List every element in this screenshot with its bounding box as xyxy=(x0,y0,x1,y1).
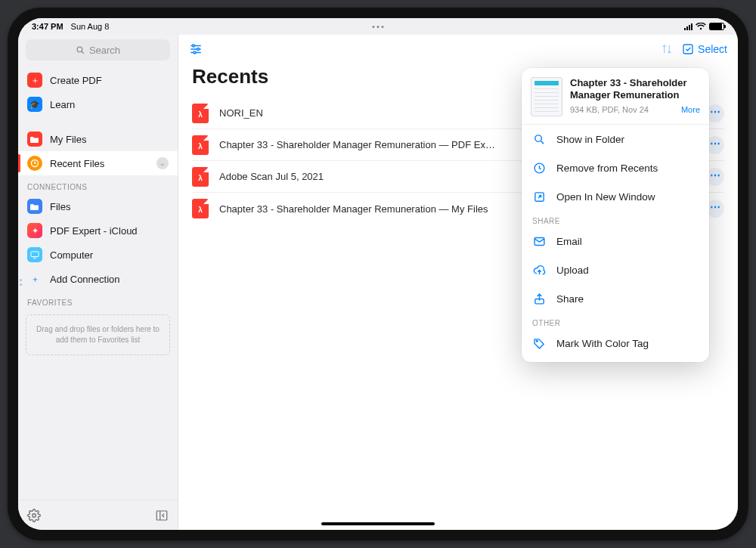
document-thumbnail xyxy=(531,77,562,116)
tag-icon xyxy=(532,337,546,350)
svg-point-0 xyxy=(77,47,82,51)
file-name: Adobe Scan Jul 5, 2021 xyxy=(219,171,324,182)
pdf-file-icon xyxy=(192,104,209,123)
select-label: Select xyxy=(698,43,727,55)
collapse-sidebar-button[interactable] xyxy=(155,509,169,522)
clock-remove-icon xyxy=(532,162,546,175)
action-open-new-window[interactable]: Open In New Window xyxy=(522,182,709,211)
file-name: Chapter 33 - Shareholder Manager Remuner… xyxy=(219,139,499,150)
cloud-upload-icon xyxy=(532,264,546,277)
sort-icon xyxy=(661,43,673,55)
folder-icon xyxy=(27,199,42,214)
action-share[interactable]: Share xyxy=(522,284,709,313)
action-label: Open In New Window xyxy=(556,191,655,203)
more-link[interactable]: More xyxy=(681,105,700,114)
wifi-icon xyxy=(696,23,706,30)
sliders-icon xyxy=(189,42,203,56)
sidebar-item-add-connection[interactable]: ＋ Add Connection xyxy=(18,267,178,291)
select-button[interactable]: Select xyxy=(682,43,727,55)
other-header: OTHER xyxy=(522,313,709,329)
share-icon xyxy=(532,293,546,305)
svg-line-16 xyxy=(541,141,544,144)
action-label: Share xyxy=(556,293,584,305)
action-email[interactable]: Email xyxy=(522,227,709,255)
home-indicator[interactable] xyxy=(321,522,435,525)
action-mark-color-tag[interactable]: Mark With Color Tag xyxy=(522,329,709,358)
plus-doc-icon: ＋ xyxy=(27,73,42,88)
sidebar: Search ＋ Create PDF 🎓 Learn xyxy=(18,35,178,530)
toolbar: Select xyxy=(178,35,738,63)
mail-icon xyxy=(532,235,546,248)
ipad-frame: 3:47 PM Sun Aug 8 Search xyxy=(8,8,748,540)
svg-rect-3 xyxy=(31,252,39,257)
favorites-dropzone[interactable]: Drag and drop files or folders here to a… xyxy=(26,314,170,355)
pdf-expert-icon: ✦ xyxy=(27,223,42,238)
pdf-file-icon xyxy=(192,199,209,218)
favorites-header: FAVORITES xyxy=(18,291,178,310)
sidebar-item-learn[interactable]: 🎓 Learn xyxy=(18,92,178,116)
popover-meta: 934 KB, PDF, Nov 24 xyxy=(570,105,649,114)
search-input[interactable]: Search xyxy=(26,39,170,60)
action-label: Email xyxy=(556,236,582,247)
search-icon xyxy=(76,45,85,55)
sidebar-item-label: My Files xyxy=(50,134,86,145)
file-name: NORI_EN xyxy=(219,107,263,119)
collapse-icon xyxy=(155,509,169,522)
computer-icon xyxy=(27,247,42,262)
status-bar: 3:47 PM Sun Aug 8 xyxy=(18,18,738,35)
sidebar-item-label: Recent Files xyxy=(50,158,104,169)
sidebar-item-files[interactable]: Files xyxy=(18,194,178,218)
file-actions-popover: Chapter 33 - Shareholder Manager Remuner… xyxy=(522,68,709,362)
sidebar-item-label: Computer xyxy=(50,249,93,261)
gear-icon xyxy=(27,509,41,522)
folder-icon xyxy=(27,132,42,147)
settings-button[interactable] xyxy=(27,509,41,522)
plus-icon: ＋ xyxy=(27,271,42,286)
svg-point-15 xyxy=(534,135,541,141)
svg-rect-14 xyxy=(683,45,692,54)
action-show-in-folder[interactable]: Show in Folder xyxy=(522,125,709,153)
svg-point-12 xyxy=(197,48,200,51)
svg-line-1 xyxy=(82,51,84,54)
screen: 3:47 PM Sun Aug 8 Search xyxy=(18,18,738,530)
svg-point-13 xyxy=(194,51,196,54)
clock-icon xyxy=(27,156,42,171)
action-label: Remove from Recents xyxy=(556,163,658,174)
pdf-file-icon xyxy=(192,167,209,187)
sidebar-item-label: PDF Expert - iCloud xyxy=(50,225,138,237)
sidebar-item-pdf-expert-icloud[interactable]: ✦ PDF Expert - iCloud xyxy=(18,218,178,243)
action-label: Mark With Color Tag xyxy=(556,338,649,349)
popover-title: Chapter 33 - Shareholder Manager Remuner… xyxy=(570,77,700,102)
multitask-dots[interactable] xyxy=(373,26,384,28)
main-content: Select Recents NORI_EN ⋯ Chapter 33 - Sh… xyxy=(178,35,738,530)
filter-button[interactable] xyxy=(189,42,203,56)
sidebar-bottom xyxy=(18,500,178,530)
file-name: Chapter 33 - Shareholder Manager Remuner… xyxy=(219,203,488,215)
pdf-file-icon xyxy=(192,135,209,155)
checkbox-icon xyxy=(682,43,694,55)
cellular-icon xyxy=(684,23,692,30)
sidebar-item-label: Create PDF xyxy=(50,75,102,86)
status-icons xyxy=(684,23,724,30)
sidebar-item-label: Files xyxy=(50,201,70,212)
battery-icon xyxy=(709,23,724,30)
svg-point-11 xyxy=(193,45,195,47)
learn-icon: 🎓 xyxy=(27,97,42,112)
sidebar-item-my-files[interactable]: My Files xyxy=(18,127,178,151)
popover-header: Chapter 33 - Shareholder Manager Remuner… xyxy=(522,68,709,125)
svg-point-21 xyxy=(536,340,538,342)
svg-point-5 xyxy=(33,513,36,517)
action-upload[interactable]: Upload xyxy=(522,255,709,284)
sidebar-item-label: Add Connection xyxy=(50,274,120,285)
sidebar-handle[interactable] xyxy=(18,272,24,293)
search-placeholder: Search xyxy=(89,45,120,56)
action-label: Show in Folder xyxy=(556,134,624,145)
connections-header: CONNECTIONS xyxy=(18,175,178,194)
sidebar-item-create-pdf[interactable]: ＋ Create PDF xyxy=(18,68,178,92)
sidebar-item-computer[interactable]: Computer xyxy=(18,243,178,267)
share-header: SHARE xyxy=(522,211,709,227)
action-remove-from-recents[interactable]: Remove from Recents xyxy=(522,153,709,182)
sidebar-item-recent-files[interactable]: Recent Files ⌄ xyxy=(18,151,178,175)
sort-button[interactable] xyxy=(661,43,673,55)
chevron-down-icon[interactable]: ⌄ xyxy=(156,157,169,169)
